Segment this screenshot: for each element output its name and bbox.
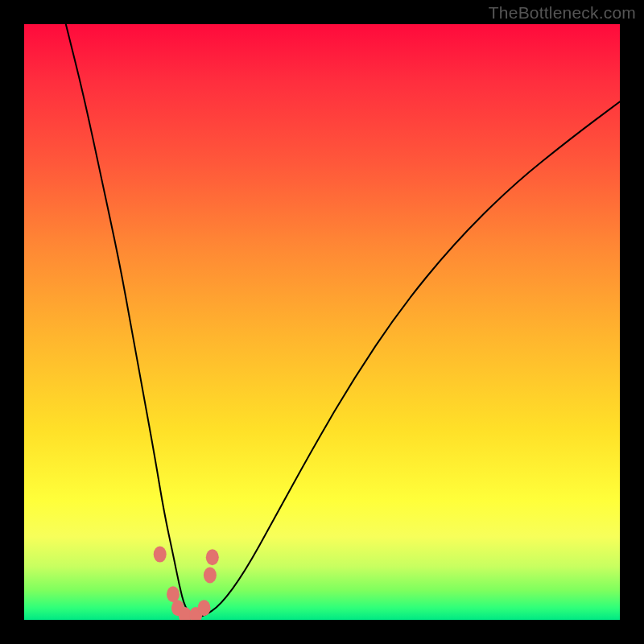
curve-marker [198,600,211,616]
watermark-text: TheBottleneck.com [489,3,636,23]
curve-marker [154,547,167,563]
chart-frame: TheBottleneck.com [0,0,644,644]
curve-marker [167,586,180,602]
curve-markers [154,547,219,620]
curve-marker [204,568,217,584]
bottleneck-curve [66,24,620,617]
curve-layer [24,24,620,620]
plot-area [24,24,620,620]
curve-marker [206,549,219,565]
